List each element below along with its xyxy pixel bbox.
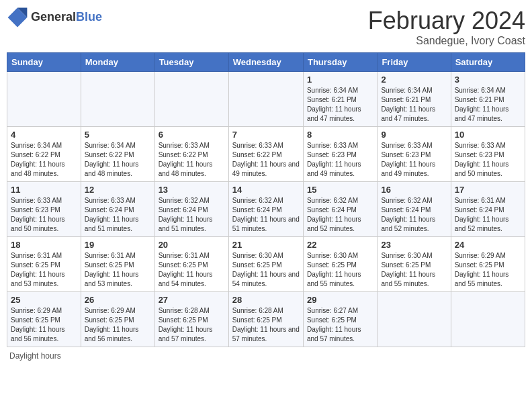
day-info: Sunrise: 6:33 AM Sunset: 6:22 PM Dayligh… xyxy=(232,141,300,179)
logo-icon xyxy=(7,7,28,28)
day-info: Sunrise: 6:31 AM Sunset: 6:25 PM Dayligh… xyxy=(85,251,151,289)
day-number: 11 xyxy=(11,185,77,195)
calendar-day-cell xyxy=(81,72,154,127)
logo: GeneralBlue xyxy=(7,7,102,28)
footer-daylight: Daylight hours xyxy=(7,351,525,361)
calendar-table: SundayMondayTuesdayWednesdayThursdayFrid… xyxy=(7,52,525,347)
day-info: Sunrise: 6:33 AM Sunset: 6:24 PM Dayligh… xyxy=(85,196,151,234)
day-number: 15 xyxy=(307,185,373,195)
day-info: Sunrise: 6:29 AM Sunset: 6:25 PM Dayligh… xyxy=(11,306,77,344)
calendar-day-cell: 9Sunrise: 6:33 AM Sunset: 6:23 PM Daylig… xyxy=(378,127,451,182)
calendar-day-cell: 7Sunrise: 6:33 AM Sunset: 6:22 PM Daylig… xyxy=(228,127,303,182)
calendar-day-cell: 17Sunrise: 6:31 AM Sunset: 6:24 PM Dayli… xyxy=(451,182,525,237)
calendar-day-cell: 19Sunrise: 6:31 AM Sunset: 6:25 PM Dayli… xyxy=(81,237,154,292)
day-number: 17 xyxy=(455,185,521,195)
calendar-day-cell: 4Sunrise: 6:34 AM Sunset: 6:22 PM Daylig… xyxy=(7,127,81,182)
day-info: Sunrise: 6:33 AM Sunset: 6:23 PM Dayligh… xyxy=(11,196,77,234)
day-number: 26 xyxy=(85,295,151,305)
day-number: 3 xyxy=(455,75,521,85)
calendar-day-header: Friday xyxy=(378,53,451,72)
day-info: Sunrise: 6:31 AM Sunset: 6:25 PM Dayligh… xyxy=(11,251,77,289)
calendar-day-cell: 8Sunrise: 6:33 AM Sunset: 6:23 PM Daylig… xyxy=(303,127,377,182)
calendar-week-row: 1Sunrise: 6:34 AM Sunset: 6:21 PM Daylig… xyxy=(7,72,525,127)
day-info: Sunrise: 6:32 AM Sunset: 6:24 PM Dayligh… xyxy=(232,196,300,234)
day-number: 12 xyxy=(85,185,151,195)
day-number: 14 xyxy=(232,185,300,195)
day-number: 24 xyxy=(455,240,521,250)
calendar-day-cell: 12Sunrise: 6:33 AM Sunset: 6:24 PM Dayli… xyxy=(81,182,154,237)
day-info: Sunrise: 6:34 AM Sunset: 6:22 PM Dayligh… xyxy=(85,141,151,179)
calendar-day-cell xyxy=(154,72,228,127)
day-number: 18 xyxy=(11,240,77,250)
day-number: 16 xyxy=(381,185,447,195)
day-info: Sunrise: 6:29 AM Sunset: 6:25 PM Dayligh… xyxy=(85,306,151,344)
page-subtitle: Sandegue, Ivory Coast xyxy=(368,35,525,47)
calendar-day-cell xyxy=(228,72,303,127)
daylight-label: Daylight hours xyxy=(9,351,61,361)
day-number: 10 xyxy=(455,130,521,140)
day-info: Sunrise: 6:28 AM Sunset: 6:25 PM Dayligh… xyxy=(159,306,225,344)
calendar-week-row: 18Sunrise: 6:31 AM Sunset: 6:25 PM Dayli… xyxy=(7,237,525,292)
calendar-day-cell: 25Sunrise: 6:29 AM Sunset: 6:25 PM Dayli… xyxy=(7,292,81,347)
day-number: 22 xyxy=(307,240,373,250)
day-info: Sunrise: 6:33 AM Sunset: 6:23 PM Dayligh… xyxy=(455,141,521,179)
calendar-day-cell: 21Sunrise: 6:30 AM Sunset: 6:25 PM Dayli… xyxy=(228,237,303,292)
day-info: Sunrise: 6:32 AM Sunset: 6:24 PM Dayligh… xyxy=(381,196,447,234)
logo-general: General xyxy=(31,10,76,24)
day-number: 4 xyxy=(11,130,77,140)
calendar-day-cell xyxy=(378,292,451,347)
day-number: 25 xyxy=(11,295,77,305)
day-number: 23 xyxy=(381,240,447,250)
calendar-week-row: 25Sunrise: 6:29 AM Sunset: 6:25 PM Dayli… xyxy=(7,292,525,347)
day-number: 29 xyxy=(307,295,373,305)
day-number: 7 xyxy=(232,130,300,140)
calendar-day-cell: 26Sunrise: 6:29 AM Sunset: 6:25 PM Dayli… xyxy=(81,292,154,347)
calendar-day-cell: 10Sunrise: 6:33 AM Sunset: 6:23 PM Dayli… xyxy=(451,127,525,182)
day-info: Sunrise: 6:29 AM Sunset: 6:25 PM Dayligh… xyxy=(455,251,521,289)
day-info: Sunrise: 6:30 AM Sunset: 6:25 PM Dayligh… xyxy=(307,251,373,289)
day-info: Sunrise: 6:34 AM Sunset: 6:21 PM Dayligh… xyxy=(381,86,447,124)
page-title: February 2024 xyxy=(368,7,525,35)
day-info: Sunrise: 6:33 AM Sunset: 6:22 PM Dayligh… xyxy=(159,141,225,179)
day-info: Sunrise: 6:34 AM Sunset: 6:21 PM Dayligh… xyxy=(455,86,521,124)
calendar-day-cell: 2Sunrise: 6:34 AM Sunset: 6:21 PM Daylig… xyxy=(378,72,451,127)
calendar-day-header: Wednesday xyxy=(228,53,303,72)
day-info: Sunrise: 6:32 AM Sunset: 6:24 PM Dayligh… xyxy=(159,196,225,234)
calendar-day-cell: 20Sunrise: 6:31 AM Sunset: 6:25 PM Dayli… xyxy=(154,237,228,292)
day-number: 27 xyxy=(159,295,225,305)
calendar-day-cell: 24Sunrise: 6:29 AM Sunset: 6:25 PM Dayli… xyxy=(451,237,525,292)
day-number: 5 xyxy=(85,130,151,140)
day-info: Sunrise: 6:28 AM Sunset: 6:25 PM Dayligh… xyxy=(232,306,300,344)
day-info: Sunrise: 6:31 AM Sunset: 6:24 PM Dayligh… xyxy=(455,196,521,234)
day-number: 1 xyxy=(307,75,373,85)
day-info: Sunrise: 6:30 AM Sunset: 6:25 PM Dayligh… xyxy=(381,251,447,289)
calendar-day-cell: 11Sunrise: 6:33 AM Sunset: 6:23 PM Dayli… xyxy=(7,182,81,237)
calendar-day-header: Sunday xyxy=(7,53,81,72)
calendar-day-cell: 18Sunrise: 6:31 AM Sunset: 6:25 PM Dayli… xyxy=(7,237,81,292)
calendar-day-cell: 3Sunrise: 6:34 AM Sunset: 6:21 PM Daylig… xyxy=(451,72,525,127)
day-info: Sunrise: 6:34 AM Sunset: 6:22 PM Dayligh… xyxy=(11,141,77,179)
title-block: February 2024 Sandegue, Ivory Coast xyxy=(368,7,525,47)
day-number: 13 xyxy=(159,185,225,195)
calendar-day-cell: 29Sunrise: 6:27 AM Sunset: 6:25 PM Dayli… xyxy=(303,292,377,347)
calendar-day-header: Saturday xyxy=(451,53,525,72)
calendar-day-header: Monday xyxy=(81,53,154,72)
day-number: 19 xyxy=(85,240,151,250)
calendar-day-cell xyxy=(7,72,81,127)
day-number: 2 xyxy=(381,75,447,85)
day-info: Sunrise: 6:33 AM Sunset: 6:23 PM Dayligh… xyxy=(307,141,373,179)
day-info: Sunrise: 6:27 AM Sunset: 6:25 PM Dayligh… xyxy=(307,306,373,344)
calendar-day-cell: 16Sunrise: 6:32 AM Sunset: 6:24 PM Dayli… xyxy=(378,182,451,237)
day-info: Sunrise: 6:34 AM Sunset: 6:21 PM Dayligh… xyxy=(307,86,373,124)
day-info: Sunrise: 6:31 AM Sunset: 6:25 PM Dayligh… xyxy=(159,251,225,289)
day-info: Sunrise: 6:33 AM Sunset: 6:23 PM Dayligh… xyxy=(381,141,447,179)
page-header: GeneralBlue February 2024 Sandegue, Ivor… xyxy=(7,7,525,47)
day-number: 8 xyxy=(307,130,373,140)
calendar-week-row: 4Sunrise: 6:34 AM Sunset: 6:22 PM Daylig… xyxy=(7,127,525,182)
calendar-day-cell xyxy=(451,292,525,347)
day-number: 6 xyxy=(159,130,225,140)
calendar-day-cell: 6Sunrise: 6:33 AM Sunset: 6:22 PM Daylig… xyxy=(154,127,228,182)
calendar-day-header: Thursday xyxy=(303,53,377,72)
calendar-day-cell: 5Sunrise: 6:34 AM Sunset: 6:22 PM Daylig… xyxy=(81,127,154,182)
day-info: Sunrise: 6:32 AM Sunset: 6:24 PM Dayligh… xyxy=(307,196,373,234)
